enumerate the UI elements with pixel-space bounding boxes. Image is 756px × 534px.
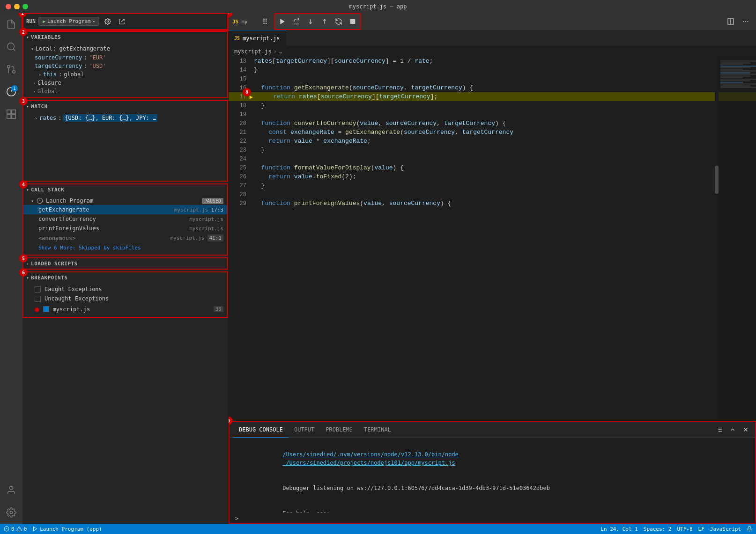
bp-myscript-checkbox[interactable] xyxy=(43,306,49,312)
console-node-path[interactable]: /Users/sinedied/.nvm/versions/node/v12.1… xyxy=(282,451,459,458)
filter-console-button[interactable] xyxy=(714,424,725,435)
loaded-scripts-chevron: › xyxy=(26,261,29,266)
scrollbar-thumb[interactable] xyxy=(715,166,719,194)
bp-caught-checkbox[interactable] xyxy=(35,286,41,293)
tab-myscript[interactable]: JS myscript.js xyxy=(229,30,286,46)
variables-section-header[interactable]: ▾ VARIABLES xyxy=(23,32,227,42)
console-for-help: For help, see: xyxy=(282,510,333,512)
frame-anonymous[interactable]: <anonymous> myscript.js 41:1 xyxy=(23,233,227,243)
bp-caught-exceptions[interactable]: Caught Exceptions xyxy=(23,285,227,294)
stop-button[interactable] xyxy=(346,15,359,28)
tab-problems[interactable]: PROBLEMS xyxy=(320,422,358,438)
breakpoints-header[interactable]: ▾ BREAKPOINTS xyxy=(23,272,227,283)
status-line-ending[interactable]: LF xyxy=(698,526,704,532)
breadcrumb-more[interactable]: … xyxy=(279,48,282,55)
maximize-button[interactable] xyxy=(22,4,28,9)
activity-source-control[interactable] xyxy=(4,62,19,77)
status-notifications[interactable] xyxy=(747,526,752,532)
step-over-button[interactable] xyxy=(290,15,303,28)
more-actions-button[interactable]: ··· xyxy=(739,15,752,28)
gear-button[interactable] xyxy=(102,16,113,27)
watch-chevron: ▾ xyxy=(26,104,29,109)
this-item[interactable]: › this : global xyxy=(23,70,227,79)
status-program[interactable]: Launch Program (app) xyxy=(32,526,102,532)
frame-convertToCurrency[interactable]: convertToCurrency myscript.js xyxy=(23,214,227,224)
program-name: Launch Program (app) xyxy=(40,526,102,532)
tab-filename: myscript.js xyxy=(243,35,280,42)
line-badge-anonymous: 41:1 xyxy=(208,234,224,241)
frame-printForeignValues[interactable]: printForeignValues myscript.js xyxy=(23,224,227,233)
launch-program-chevron: ▾ xyxy=(31,198,34,204)
status-encoding[interactable]: UTF-8 xyxy=(677,526,692,532)
warning-count: 0 xyxy=(24,526,27,532)
activity-extensions[interactable] xyxy=(4,107,19,122)
console-input-area[interactable]: > xyxy=(230,514,755,523)
watch-section-header[interactable]: ▾ WATCH xyxy=(23,101,227,111)
activity-bar: 1 xyxy=(0,13,22,524)
drag-handle-button[interactable]: ⠿ xyxy=(259,15,272,28)
global-label: Global xyxy=(37,88,58,95)
tab-debug-console[interactable]: DEBUG CONSOLE xyxy=(233,422,289,438)
restart-button[interactable] xyxy=(332,15,345,28)
bp-myscript[interactable]: ● myscript.js 39 xyxy=(23,303,227,315)
activity-settings[interactable] xyxy=(4,505,19,520)
code-line-26: 26 return value.toFixed(2); xyxy=(229,172,756,181)
launch-config-button[interactable]: ▶ Launch Program ▾ xyxy=(38,17,99,26)
breakpoints-title: BREAKPOINTS xyxy=(31,275,67,281)
step-out-button[interactable] xyxy=(318,15,331,28)
svg-point-3 xyxy=(7,66,10,68)
tab-output[interactable]: OUTPUT xyxy=(289,422,320,438)
console-input[interactable] xyxy=(240,515,749,522)
watch-rates[interactable]: › rates : {USD: {…}, EUR: {…}, JPY: … xyxy=(23,113,227,123)
debug-console-panel: DEBUG CONSOLE OUTPUT PROBLEMS TERMINAL xyxy=(229,421,756,524)
close-button[interactable] xyxy=(6,4,11,9)
minimize-button[interactable] xyxy=(14,4,20,9)
frame-getExchangerate[interactable]: getExchangerate myscript.js 17:3 xyxy=(23,205,227,214)
status-errors[interactable]: 0 0 xyxy=(4,526,27,532)
status-spaces[interactable]: Spaces: 2 xyxy=(644,526,672,532)
local-group[interactable]: ▾ Local: getExchangerate xyxy=(23,44,227,53)
close-panel-button[interactable] xyxy=(740,424,751,435)
svg-point-13 xyxy=(10,511,13,514)
code-editor[interactable]: 13 rates[targetCurrency][sourceCurrency]… xyxy=(229,57,756,421)
launch-program-group[interactable]: ▾ Launch Program PAUSED xyxy=(23,197,227,205)
activity-files[interactable] xyxy=(4,17,19,32)
breadcrumb-file[interactable]: myscript.js xyxy=(234,48,271,55)
badge-5: 5 xyxy=(19,254,28,263)
loaded-scripts-header[interactable]: › LOADED SCRIPTS xyxy=(23,258,227,269)
global-item[interactable]: › Global xyxy=(23,87,227,95)
step-into-button[interactable] xyxy=(304,15,317,28)
split-editor-button[interactable] xyxy=(724,15,737,28)
panel-tab-bar: DEBUG CONSOLE OUTPUT PROBLEMS TERMINAL xyxy=(230,422,755,438)
closure-item[interactable]: › Closure xyxy=(23,79,227,87)
open-in-terminal-button[interactable] xyxy=(116,16,127,27)
vertical-scrollbar[interactable] xyxy=(715,57,719,421)
debug-console-label: DEBUG CONSOLE xyxy=(239,426,283,433)
console-script-path[interactable]: /Users/sinedied/projects/nodejs101/app/m… xyxy=(282,460,455,466)
var-sourceCurrency: sourceCurrency : 'EUR' xyxy=(23,53,227,62)
code-line-13: 13 rates[targetCurrency][sourceCurrency]… xyxy=(229,57,756,66)
status-position[interactable]: Ln 24, Col 1 xyxy=(600,526,637,532)
this-chevron: › xyxy=(38,72,41,77)
collapse-panel-button[interactable] xyxy=(727,424,738,435)
call-stack-content: ▾ Launch Program PAUSED getExchangerate … xyxy=(23,195,227,255)
status-language[interactable]: JavaScript xyxy=(710,526,741,532)
code-line-28: 28 xyxy=(229,190,756,199)
code-line-24: 24 xyxy=(229,154,756,163)
activity-account[interactable] xyxy=(4,483,19,497)
activity-search[interactable] xyxy=(4,39,19,54)
tab-terminal[interactable]: TERMINAL xyxy=(358,422,397,438)
editor-area: 7 JS my ⠿ xyxy=(229,13,756,524)
debug-toolbar: JS my ⠿ xyxy=(229,13,756,30)
call-stack-section-header[interactable]: ▾ CALL STACK xyxy=(23,184,227,195)
bp-uncaught-checkbox[interactable] xyxy=(35,296,41,302)
window-controls[interactable] xyxy=(6,4,28,9)
badge-2: 2 xyxy=(19,28,28,36)
activity-debug[interactable]: 1 xyxy=(4,84,19,99)
continue-button[interactable] xyxy=(276,15,289,28)
variables-content: ▾ Local: getExchangerate sourceCurrency … xyxy=(23,42,227,97)
show-more-link[interactable]: Show 6 More: Skipped by skipFiles xyxy=(23,243,227,253)
toolbar-right: ··· xyxy=(724,15,752,28)
sidebar: 1 RUN ▶ Launch Program ▾ xyxy=(22,13,229,524)
bp-uncaught-exceptions[interactable]: Uncaught Exceptions xyxy=(23,294,227,303)
